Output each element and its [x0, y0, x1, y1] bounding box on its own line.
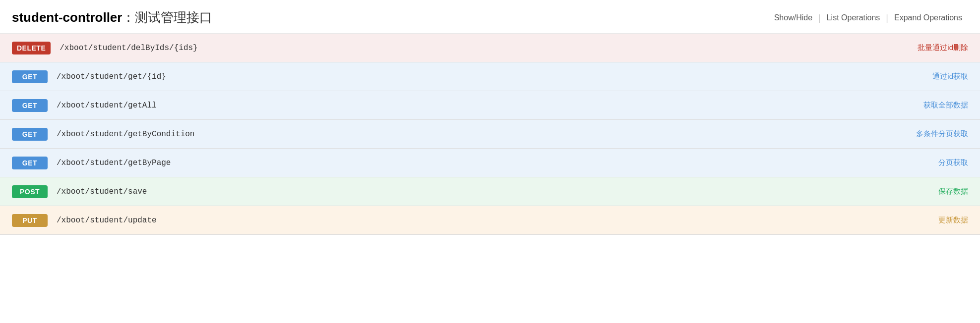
operation-row-3[interactable]: GET/xboot/student/getByCondition多条件分页获取: [0, 120, 980, 149]
method-badge-4: GET: [12, 157, 48, 169]
controller-title: student-controller：测试管理接口: [12, 9, 212, 26]
operation-description-6: 更新数据: [938, 215, 968, 225]
controller-subtitle: 测试管理接口: [135, 10, 212, 25]
operation-description-0: 批量通过id删除: [918, 43, 968, 53]
controller-name: student-controller: [12, 10, 122, 25]
method-badge-2: GET: [12, 99, 48, 112]
method-badge-5: POST: [12, 185, 48, 198]
swagger-controller-section: student-controller：测试管理接口 Show/Hide | Li…: [0, 0, 980, 235]
operation-row-2[interactable]: GET/xboot/student/getAll获取全部数据: [0, 91, 980, 120]
operation-row-0[interactable]: DELETE/xboot/student/delByIds/{ids}批量通过i…: [0, 34, 980, 62]
operation-description-5: 保存数据: [938, 187, 968, 196]
header-actions: Show/Hide | List Operations | Expand Ope…: [768, 11, 968, 24]
operation-row-1[interactable]: GET/xboot/student/get/{id}通过id获取: [0, 62, 980, 91]
list-operations-link[interactable]: List Operations: [821, 11, 886, 24]
show-hide-link[interactable]: Show/Hide: [768, 11, 818, 24]
operation-path-5: /xboot/student/save: [57, 187, 928, 196]
controller-header: student-controller：测试管理接口 Show/Hide | Li…: [0, 0, 980, 34]
operation-path-3: /xboot/student/getByCondition: [57, 130, 906, 139]
method-badge-0: DELETE: [12, 42, 51, 54]
operation-row-6[interactable]: PUT/xboot/student/update更新数据: [0, 206, 980, 235]
method-badge-3: GET: [12, 128, 48, 141]
operation-path-2: /xboot/student/getAll: [57, 101, 914, 110]
operation-description-4: 分页获取: [938, 158, 968, 167]
method-badge-1: GET: [12, 70, 48, 83]
operation-row-5[interactable]: POST/xboot/student/save保存数据: [0, 177, 980, 206]
operation-path-4: /xboot/student/getByPage: [57, 159, 928, 167]
operation-path-1: /xboot/student/get/{id}: [57, 72, 922, 81]
operation-description-2: 获取全部数据: [923, 101, 968, 110]
operation-description-1: 通过id获取: [932, 72, 968, 81]
operation-description-3: 多条件分页获取: [916, 129, 968, 139]
operation-path-6: /xboot/student/update: [57, 216, 928, 225]
operation-row-4[interactable]: GET/xboot/student/getByPage分页获取: [0, 149, 980, 177]
expand-operations-link[interactable]: Expand Operations: [888, 11, 968, 24]
operation-path-0: /xboot/student/delByIds/{ids}: [60, 44, 908, 53]
title-colon: ：: [122, 10, 135, 25]
operations-list: DELETE/xboot/student/delByIds/{ids}批量通过i…: [0, 34, 980, 235]
method-badge-6: PUT: [12, 214, 48, 227]
